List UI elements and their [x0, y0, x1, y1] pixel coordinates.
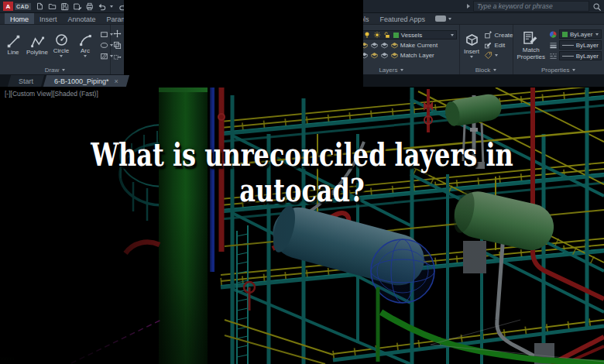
chevron-down-icon[interactable] — [451, 34, 454, 36]
save-icon[interactable] — [60, 2, 69, 11]
layer-unlock-icon[interactable] — [383, 31, 391, 39]
quick-access-toolbar: Share — [36, 2, 175, 11]
edit-block-button[interactable]: Edit — [484, 41, 513, 50]
qat-customize-icon[interactable] — [136, 5, 139, 8]
line-tool[interactable]: Line — [2, 34, 24, 56]
layer-tool-icon[interactable] — [360, 41, 369, 50]
tab-view[interactable]: View — [146, 13, 171, 24]
search-expand-icon[interactable] — [467, 4, 470, 9]
array-tool[interactable]: Array — [179, 53, 210, 61]
layer-tool-icon[interactable] — [380, 51, 389, 60]
scale-tool[interactable]: Scale — [146, 53, 176, 61]
plot-icon[interactable] — [85, 2, 94, 11]
redo-icon[interactable] — [117, 2, 125, 11]
panel-annotation: Text Dimension Linear Leader Table Annot… — [239, 25, 324, 74]
mirror-tool[interactable]: Mirror — [146, 41, 176, 50]
tab-document[interactable]: 6-B-1000_Piping* × — [45, 75, 128, 87]
attribute-button[interactable] — [484, 51, 513, 60]
layer-tool-icon[interactable] — [370, 51, 379, 60]
layer-tool-icon[interactable] — [370, 41, 379, 50]
tab-collaborate[interactable]: Collaborate — [274, 13, 321, 24]
dimension-tool[interactable]: Dimension — [263, 33, 295, 57]
undo-dropdown-icon[interactable] — [110, 5, 113, 8]
layer-properties-button[interactable]: Layer Properties — [326, 30, 357, 60]
ribbon: Line Polyline Circle Arc — [0, 25, 604, 75]
tab-express-tools[interactable]: Express Tools — [321, 13, 375, 24]
current-layer-name: Vessels — [401, 32, 448, 39]
ellipse-icon — [100, 41, 108, 50]
title-bar: A CAD Share Autodesk AutoCAD 2023 6-B-10… — [0, 0, 604, 13]
layer-on-bulb-icon[interactable] — [363, 31, 371, 39]
dark-vignette-overlay — [0, 88, 604, 364]
panel-modify-label[interactable]: Modify — [111, 65, 238, 74]
tab-featured-apps[interactable]: Featured Apps — [374, 13, 431, 24]
layer-tool-icon[interactable] — [380, 41, 389, 50]
panel-block-label[interactable]: Block — [460, 65, 513, 74]
trim-tool[interactable]: Trim — [179, 29, 210, 38]
create-block-button[interactable]: Create — [484, 31, 513, 39]
layer-tool-icon[interactable] — [390, 41, 399, 50]
panel-draw-label[interactable]: Draw — [0, 65, 110, 74]
drawing-viewport[interactable]: What is unreconciled layers in autocad? … — [0, 88, 604, 364]
lineweight-dropdown[interactable]: ByLayer — [559, 40, 602, 50]
stretch-tool[interactable]: Stretch — [113, 53, 143, 61]
fillet-tool[interactable]: Fillet — [179, 41, 210, 50]
fillet-icon — [179, 41, 187, 50]
text-tool[interactable]: Text — [241, 32, 260, 58]
chevron-down-icon[interactable] — [84, 55, 87, 57]
tab-manage[interactable]: Manage — [171, 13, 208, 24]
panel-layers-label[interactable]: Layers — [324, 65, 458, 74]
copy-tool[interactable]: Copy — [113, 41, 143, 50]
tab-output[interactable]: Output — [208, 13, 239, 24]
new-file-icon[interactable] — [36, 2, 44, 11]
panel-properties-label[interactable]: Properties — [513, 65, 604, 74]
redo-dropdown-icon[interactable] — [129, 5, 132, 8]
panel-block: Insert Create Edit Block — [460, 25, 513, 74]
insert-block-button[interactable]: Insert — [462, 32, 482, 58]
erase-tool[interactable] — [214, 30, 222, 39]
search-icon[interactable] — [592, 2, 601, 11]
viewport-controls[interactable]: [-][Custom View][Shaded (Fast)] — [5, 90, 98, 98]
make-current-button[interactable]: Make Current — [400, 42, 438, 49]
trim-icon — [179, 29, 187, 38]
thumbnail-title-line1: What is unreconciled layers in — [67, 137, 537, 173]
layer-dropdown[interactable]: Vessels — [360, 30, 457, 39]
ribbon-overflow-button[interactable] — [435, 13, 451, 24]
match-layer-button[interactable]: Match Layer — [400, 52, 434, 59]
tab-parametric[interactable]: Parametric — [101, 13, 146, 24]
panel-annotation-label[interactable]: Annotation — [239, 65, 323, 74]
move-tool[interactable]: Move — [113, 29, 143, 38]
chevron-down-icon[interactable] — [60, 55, 63, 57]
close-tab-icon[interactable]: × — [115, 77, 118, 85]
match-properties-button[interactable]: Match Properties — [516, 30, 547, 60]
tab-add-ins[interactable]: Add-ins — [239, 13, 274, 24]
linetype-icon — [549, 52, 558, 60]
polyline-tool[interactable]: Polyline — [26, 34, 48, 56]
circle-tool[interactable]: Circle — [50, 33, 72, 57]
tab-insert[interactable]: Insert — [34, 13, 63, 24]
share-button[interactable]: Share — [146, 2, 175, 11]
layer-thaw-sun-icon[interactable] — [373, 31, 381, 39]
tab-annotate[interactable]: Annotate — [63, 13, 101, 24]
chevron-down-icon — [207, 56, 210, 58]
line-icon — [6, 34, 21, 49]
linetype-dropdown[interactable]: ByLayer — [559, 51, 602, 60]
rotate-tool[interactable]: Rotate — [146, 29, 176, 38]
layer-color-swatch[interactable] — [393, 33, 399, 38]
tab-home[interactable]: Home — [5, 13, 34, 24]
layer-tool-icon[interactable] — [360, 51, 369, 60]
open-file-icon[interactable] — [48, 2, 57, 11]
layer-tool-icon[interactable] — [390, 51, 399, 60]
explode-tool[interactable] — [214, 41, 222, 50]
panel-draw: Line Polyline Circle Arc — [0, 25, 111, 74]
undo-icon[interactable] — [98, 2, 106, 11]
new-drawing-button[interactable]: + — [130, 75, 145, 87]
offset-tool[interactable] — [214, 52, 222, 60]
tab-start[interactable]: Start — [9, 75, 43, 87]
search-input[interactable] — [473, 1, 589, 12]
arc-tool[interactable]: Arc — [74, 33, 96, 57]
app-menu-button[interactable]: A CAD — [3, 2, 31, 11]
object-color-dropdown[interactable]: ByLayer — [559, 29, 602, 39]
file-tab-bar: Start 6-B-1000_Piping* × + — [0, 75, 604, 88]
save-as-icon[interactable] — [73, 2, 81, 11]
